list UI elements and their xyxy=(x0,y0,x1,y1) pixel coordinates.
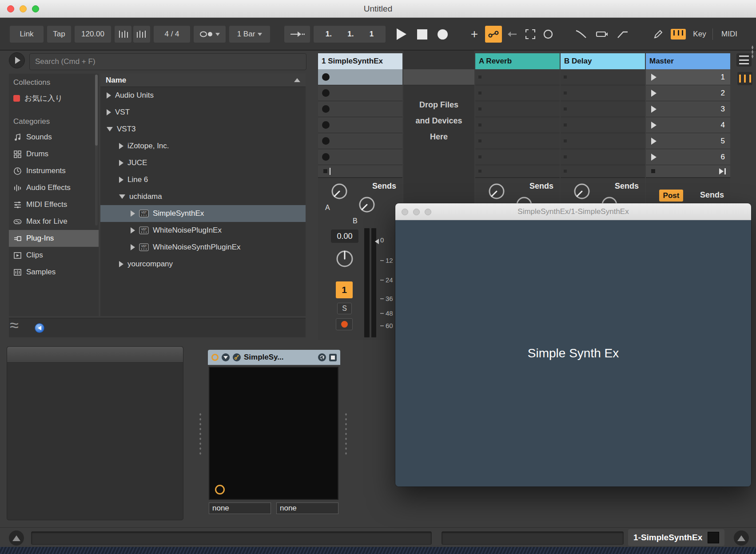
computer-midi-keyboard-button[interactable] xyxy=(669,26,688,43)
scene-slot-4[interactable]: 4 xyxy=(646,117,730,133)
tree-item-uchidama[interactable]: uchidama xyxy=(100,188,306,205)
clip-stop-button[interactable] xyxy=(322,73,330,81)
tree-item-simplesynthex[interactable]: VST SimpleSynthEx xyxy=(100,205,306,222)
scene-play-icon[interactable] xyxy=(651,154,657,161)
empty-slot[interactable] xyxy=(475,133,560,149)
scene-slot-3[interactable]: 3 xyxy=(646,101,730,117)
close-button[interactable] xyxy=(7,5,14,12)
close-button[interactable] xyxy=(402,209,408,215)
plugin-window-titlebar[interactable]: SimpleSynthEx/1-SimpleSynthEx xyxy=(395,203,751,220)
clip-slot[interactable] xyxy=(318,133,402,149)
sidebar-item-max-for-live[interactable]: Max for Live xyxy=(9,213,99,230)
scene-slot-1[interactable]: 1 xyxy=(646,69,730,85)
plugin-window[interactable]: SimpleSynthEx/1-SimpleSynthEx Simple Syn… xyxy=(395,203,751,487)
empty-slot[interactable] xyxy=(475,149,560,165)
browser-collapse-button[interactable] xyxy=(9,52,25,68)
re-enable-automation-button[interactable] xyxy=(505,26,520,43)
master-header[interactable]: Master xyxy=(646,53,730,69)
waveform-icon[interactable]: ≈ xyxy=(10,316,19,335)
hot-swap-button[interactable] xyxy=(318,353,326,361)
scene-play-icon[interactable] xyxy=(651,122,657,129)
arm-button[interactable] xyxy=(336,318,353,330)
sidebar-item-audio-effects[interactable]: Audio Effects xyxy=(9,179,99,196)
empty-slot[interactable] xyxy=(475,117,560,133)
clip-stop-button[interactable] xyxy=(322,89,330,97)
drop-zone[interactable]: Drop Files and Devices Here xyxy=(403,51,474,227)
panel-resize-handle[interactable] xyxy=(344,412,348,456)
post-toggle-button[interactable]: Post xyxy=(659,190,683,202)
device-panel[interactable] xyxy=(209,367,338,500)
clip-slot-partial[interactable] xyxy=(318,165,402,178)
session-expand-button[interactable] xyxy=(522,26,538,43)
pan-knob[interactable] xyxy=(334,249,355,269)
clip-stop-button[interactable] xyxy=(322,105,330,113)
sidebar-item-samples[interactable]: Samples xyxy=(9,264,99,281)
scene-play-icon[interactable] xyxy=(651,74,657,81)
clip-stop-button[interactable] xyxy=(322,153,330,161)
time-signature-field[interactable]: 4 / 4 xyxy=(154,26,190,43)
sidebar-item-clips[interactable]: Clips xyxy=(9,247,99,264)
send-a-knob[interactable] xyxy=(487,182,506,201)
volume-field[interactable]: 0.00 xyxy=(331,230,358,243)
slope-button[interactable] xyxy=(614,26,632,43)
scene-slot-5[interactable]: 5 xyxy=(646,133,730,149)
sidebar-item-plug-ins[interactable]: Plug-Ins xyxy=(9,230,99,247)
tree-item-juce[interactable]: JUCE xyxy=(100,154,306,171)
tree-item-izotope[interactable]: iZotope, Inc. xyxy=(100,138,306,154)
tree-item-whitenoiseplugin[interactable]: VST WhiteNoisePlugInEx xyxy=(100,222,306,239)
selected-device-tab[interactable]: 1-SimpleSynthEx xyxy=(628,529,724,546)
minimize-button[interactable] xyxy=(20,5,27,12)
tree-name-header[interactable]: Name xyxy=(100,74,306,87)
empty-slot[interactable] xyxy=(475,101,560,117)
link-button[interactable]: Link xyxy=(10,26,44,43)
solo-button[interactable]: S xyxy=(337,303,352,314)
empty-slot[interactable] xyxy=(561,165,645,178)
preview-toggle-icon[interactable] xyxy=(35,323,44,333)
groove-amount-control[interactable] xyxy=(194,26,226,43)
search-input[interactable] xyxy=(35,57,301,66)
clip-slot[interactable] xyxy=(318,85,402,101)
automation-arm-button[interactable] xyxy=(485,26,502,43)
return-a-header[interactable]: A Reverb xyxy=(475,53,560,69)
device-knob-icon[interactable] xyxy=(215,485,225,495)
tree-item-whitenoisesynthplugin[interactable]: VST WhiteNoiseSynthPluginEx xyxy=(100,239,306,256)
tap-tempo-button[interactable]: Tap xyxy=(47,26,71,43)
sidebar-item-midi-effects[interactable]: MIDI Effects xyxy=(9,196,99,213)
chevron-right-icon[interactable] xyxy=(131,210,135,217)
device-fold-button[interactable] xyxy=(222,353,230,361)
chevron-right-icon[interactable] xyxy=(119,160,123,166)
plugin-edit-button[interactable] xyxy=(233,353,241,361)
chevron-right-icon[interactable] xyxy=(119,143,123,149)
clip-slot[interactable] xyxy=(318,149,402,165)
chevron-right-icon[interactable] xyxy=(131,227,135,233)
info-view-toggle[interactable] xyxy=(9,530,24,546)
clip-slot[interactable] xyxy=(318,117,402,133)
follow-button[interactable] xyxy=(284,26,310,43)
chevron-right-icon[interactable] xyxy=(119,177,123,183)
send-a-knob[interactable] xyxy=(572,182,592,201)
key-map-toggle[interactable]: Key xyxy=(689,26,710,43)
empty-slot[interactable] xyxy=(561,133,645,149)
empty-slot[interactable] xyxy=(561,101,645,117)
midi-map-toggle[interactable]: MIDI xyxy=(717,26,742,43)
record-button[interactable] xyxy=(434,26,450,43)
track-1-header[interactable]: 1 SimpleSynthEx xyxy=(318,53,402,69)
chevron-right-icon[interactable] xyxy=(107,109,111,115)
send-b-knob[interactable] xyxy=(357,195,377,214)
param-select-right[interactable]: none xyxy=(276,503,338,514)
region-loop-button[interactable] xyxy=(593,26,611,43)
empty-slot[interactable] xyxy=(561,117,645,133)
scene-play-icon[interactable] xyxy=(651,90,657,97)
zoom-button[interactable] xyxy=(32,5,39,12)
draw-mode-button[interactable] xyxy=(650,26,666,43)
play-button[interactable] xyxy=(394,26,410,43)
track-activator-button[interactable]: 1 xyxy=(336,281,353,298)
scene-play-icon[interactable] xyxy=(651,138,657,145)
stop-square-icon[interactable] xyxy=(651,169,655,173)
empty-slot[interactable] xyxy=(475,69,560,85)
tree-item-vst3[interactable]: VST3 xyxy=(100,121,306,138)
clip-stop-button[interactable] xyxy=(322,121,330,129)
empty-slot[interactable] xyxy=(475,85,560,101)
scene-slot-2[interactable]: 2 xyxy=(646,85,730,101)
return-b-header[interactable]: B Delay xyxy=(561,53,645,69)
